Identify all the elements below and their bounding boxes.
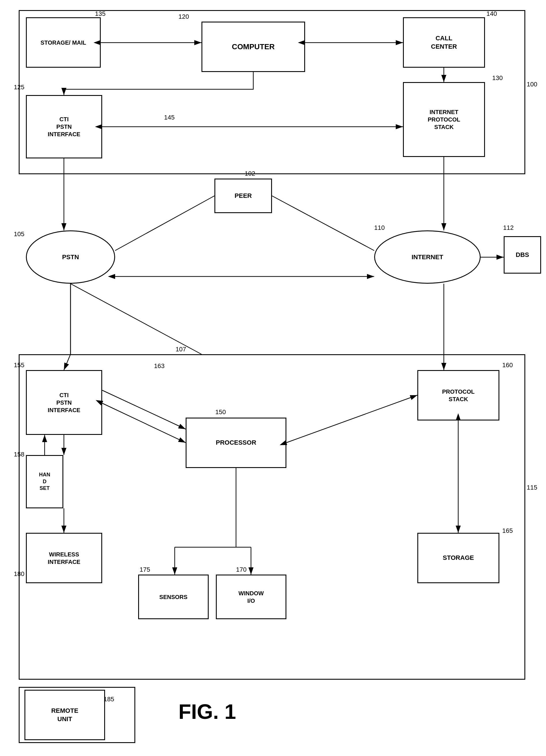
fig-label: FIG. 1 [179,700,236,723]
storage-bot-box: STORAGE [417,533,499,583]
wireless-interface-box: WIRELESSINTERFACE [26,533,102,583]
diagram-container: STORAGE/ MAIL CALLCENTER COMPUTER CTIPST… [0,0,546,756]
internet-protocol-stack-box: INTERNETPROTOCOLSTACK [403,82,485,157]
ref-165: 165 [502,527,513,535]
window-io-box: WINDOWI/O [216,575,286,619]
ref-158: 158 [14,451,24,458]
ref-107: 107 [176,346,186,353]
ref-130: 130 [492,74,503,82]
storage-mail-box: STORAGE/ MAIL [26,17,101,68]
call-center-box: CALLCENTER [403,17,485,68]
cti-pstn-interface-bot-box: CTIPSTNINTERFACE [26,370,102,435]
ref-112: 112 [503,224,514,232]
ref-115: 115 [527,484,537,491]
dbs-box: DBS [504,236,541,274]
ref-135: 135 [95,10,106,18]
ref-160: 160 [502,361,513,369]
internet-oval: INTERNET [374,230,481,284]
ref-120: 120 [179,13,189,20]
ref-145: 145 [164,114,175,121]
pstn-oval: PSTN [26,230,115,284]
svg-line-11 [272,196,374,251]
protocol-stack-bot-box: PROTOCOLSTACK [417,370,499,420]
ref-155: 155 [14,361,24,369]
ref-125: 125 [14,84,24,91]
ref-150: 150 [215,408,226,416]
computer-box: COMPUTER [202,22,305,72]
peer-box: PEER [215,179,272,213]
sensors-box: SENSORS [138,575,209,619]
ref-140: 140 [486,10,497,18]
ref-175: 175 [140,566,150,573]
svg-line-17 [71,284,202,354]
svg-line-10 [115,196,215,251]
cti-pstn-interface-top-box: CTIPSTNINTERFACE [26,95,102,158]
processor-box: PROCESSOR [186,418,286,468]
remote-unit-box: REMOTEUNIT [24,690,105,740]
handset-box: HANDSET [26,455,63,508]
ref-170: 170 [236,566,247,573]
ref-105: 105 [14,230,24,238]
ref-185: 185 [104,696,114,703]
ref-102: 102 [245,170,255,177]
ref-100: 100 [527,81,537,88]
ref-163: 163 [154,362,165,370]
ref-180: 180 [14,570,24,578]
ref-110: 110 [374,224,385,232]
